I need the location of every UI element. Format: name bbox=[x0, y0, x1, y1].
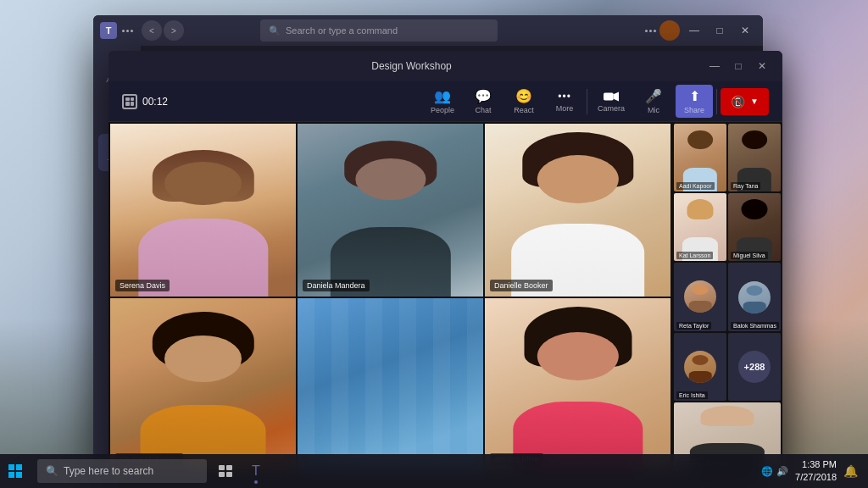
windows-logo-icon bbox=[8, 464, 22, 478]
toolbar-divider-2 bbox=[716, 89, 717, 114]
video-grid: Serena Davis Daniela Mandera bbox=[108, 122, 672, 472]
call-window-buttons: — □ ✕ bbox=[704, 56, 772, 76]
name-tag-daniela: Daniela Mandera bbox=[303, 280, 370, 291]
teams-taskbar-icon[interactable]: T bbox=[241, 456, 271, 486]
more-label: More bbox=[556, 104, 574, 113]
svg-rect-6 bbox=[219, 465, 225, 470]
task-view-button[interactable] bbox=[210, 456, 241, 486]
chat-icon: 💬 bbox=[475, 88, 492, 104]
share-label: Share bbox=[684, 106, 704, 114]
call-window: Design Workshop — □ ✕ 00:12 👥 People bbox=[108, 51, 782, 472]
chat-button[interactable]: 💬 Chat bbox=[465, 85, 502, 118]
thumb-more: +288 bbox=[728, 333, 781, 401]
date-display: 7/27/2018 bbox=[795, 471, 837, 484]
dot3 bbox=[654, 30, 656, 32]
call-minimize-button[interactable]: — bbox=[704, 56, 725, 76]
end-call-button[interactable]: 📵 ▼ bbox=[721, 88, 769, 115]
titlebar-right: — □ ✕ bbox=[645, 19, 756, 42]
notification-icon[interactable]: 🔔 bbox=[843, 464, 858, 478]
svg-marker-1 bbox=[614, 92, 619, 101]
person-serena bbox=[110, 124, 296, 297]
camera-label: Camera bbox=[598, 104, 625, 113]
end-call-chevron: ▼ bbox=[750, 97, 759, 106]
thumb-reta: Reta Taylor bbox=[674, 263, 726, 330]
timer-display: 00:12 bbox=[142, 96, 168, 108]
more-options-dots[interactable] bbox=[645, 30, 656, 32]
mic-button[interactable]: 🎤 Mic bbox=[635, 85, 672, 118]
svg-rect-4 bbox=[8, 472, 14, 478]
dot2 bbox=[649, 30, 652, 32]
outer-search-bar[interactable]: 🔍 Search or type a command bbox=[260, 19, 498, 42]
taskbar-search[interactable]: 🔍 Type here to search bbox=[37, 459, 207, 483]
svg-rect-2 bbox=[8, 464, 14, 470]
dot3 bbox=[131, 30, 133, 32]
right-participants-panel: Aadi Kapoor Ray Tana Kat L bbox=[672, 122, 782, 472]
thumb-aadi: Aadi Kapoor bbox=[674, 124, 726, 191]
share-button[interactable]: ⬆ Share bbox=[676, 85, 713, 118]
outer-titlebar: T < > 🔍 Search or type a command — □ ✕ bbox=[93, 15, 763, 46]
people-button[interactable]: 👥 People bbox=[424, 85, 461, 118]
nav-back-button[interactable]: < bbox=[142, 20, 162, 41]
more-count-label: +288 bbox=[744, 362, 765, 372]
video-cell-2: Daniela Mandera bbox=[298, 124, 483, 297]
video-cell-3: Danielle Booker bbox=[485, 124, 670, 297]
thumb-kat: Kat Larsson bbox=[674, 193, 726, 261]
teams-logo: T bbox=[100, 22, 117, 39]
cell1 bbox=[125, 97, 130, 102]
thumb-eric: Eric Ishita bbox=[674, 333, 726, 401]
more-icon: ••• bbox=[558, 91, 571, 103]
call-toolbar: 00:12 👥 People 💬 Chat 😊 React ••• More bbox=[108, 81, 782, 122]
svg-rect-5 bbox=[16, 472, 22, 478]
volume-icon[interactable]: 🔊 bbox=[776, 466, 788, 477]
svg-rect-7 bbox=[226, 465, 232, 470]
cell2 bbox=[131, 97, 135, 102]
name-kat: Kat Larsson bbox=[676, 252, 713, 259]
people-icon: 👥 bbox=[434, 88, 451, 104]
system-tray-icons: 🌐 🔊 bbox=[761, 466, 788, 477]
task-view-icon bbox=[219, 465, 232, 477]
taskbar-search-placeholder: Type here to search bbox=[64, 465, 153, 477]
name-eric: Eric Ishita bbox=[676, 391, 708, 399]
right-row-3: Reta Taylor Balok Shammas bbox=[674, 263, 781, 330]
network-icon[interactable]: 🌐 bbox=[761, 466, 773, 477]
react-icon: 😊 bbox=[515, 88, 532, 104]
right-row-1: Aadi Kapoor Ray Tana bbox=[674, 124, 781, 191]
react-button[interactable]: 😊 React bbox=[505, 85, 542, 118]
nav-forward-button[interactable]: > bbox=[164, 20, 184, 41]
user-avatar[interactable] bbox=[659, 20, 680, 41]
person-danielle bbox=[485, 124, 670, 297]
maximize-button[interactable]: □ bbox=[709, 19, 731, 42]
name-tag-serena: Serena Davis bbox=[115, 280, 170, 291]
start-button[interactable] bbox=[0, 456, 31, 486]
camera-icon bbox=[604, 91, 619, 103]
thumb-balok: Balok Shammas bbox=[728, 263, 781, 330]
call-close-button[interactable]: ✕ bbox=[752, 56, 772, 76]
nav-buttons: < > bbox=[142, 20, 184, 41]
video-cell-4: Krystal McKinney bbox=[110, 298, 296, 471]
right-row-2: Kat Larsson Miguel Silva bbox=[674, 193, 781, 261]
person-krystal bbox=[110, 298, 296, 471]
cell4 bbox=[131, 102, 135, 106]
name-balok: Balok Shammas bbox=[731, 322, 779, 330]
grid-icon bbox=[122, 94, 137, 109]
dot1 bbox=[645, 30, 648, 32]
more-button[interactable]: ••• More bbox=[546, 87, 583, 116]
people-label: People bbox=[431, 106, 454, 114]
call-content: Serena Davis Daniela Mandera bbox=[108, 122, 782, 472]
outer-menu-dots[interactable] bbox=[122, 30, 133, 32]
video-cell-6: Jessica Kline bbox=[485, 298, 670, 471]
call-titlebar: Design Workshop — □ ✕ bbox=[108, 51, 782, 81]
toolbar-right: 👥 People 💬 Chat 😊 React ••• More bbox=[424, 85, 769, 118]
mic-label: Mic bbox=[648, 106, 659, 114]
video-cell-5 bbox=[298, 298, 483, 471]
search-icon: 🔍 bbox=[269, 25, 281, 36]
svg-rect-0 bbox=[604, 92, 614, 100]
video-cell-1: Serena Davis bbox=[110, 124, 296, 297]
camera-button[interactable]: Camera bbox=[591, 87, 632, 116]
name-miguel: Miguel Silva bbox=[731, 252, 768, 259]
minimize-button[interactable]: — bbox=[683, 19, 705, 42]
name-tag-danielle: Danielle Booker bbox=[490, 280, 553, 291]
call-maximize-button[interactable]: □ bbox=[728, 56, 748, 76]
close-button[interactable]: ✕ bbox=[734, 19, 756, 42]
taskbar-clock[interactable]: 1:38 PM 7/27/2018 bbox=[795, 458, 837, 485]
